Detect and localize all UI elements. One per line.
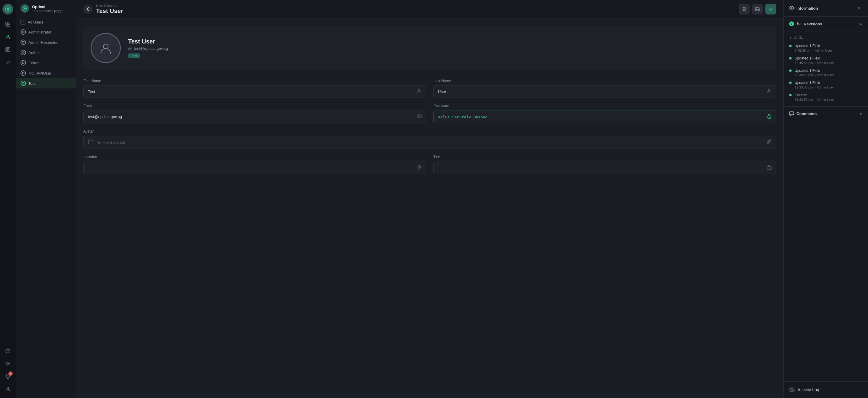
email-label: Email bbox=[83, 104, 426, 108]
svg-point-17 bbox=[22, 52, 24, 54]
revision-action: Created bbox=[795, 93, 834, 98]
password-label: Password bbox=[433, 104, 776, 108]
person-icon-2 bbox=[767, 89, 772, 94]
notifications-badge: 2 bbox=[8, 371, 13, 376]
avatar-label: Avatar bbox=[83, 129, 776, 133]
revision-time: 3:48:39 pm – Admin User bbox=[795, 49, 832, 52]
delete-button[interactable] bbox=[739, 4, 750, 14]
close-panel-button[interactable]: ✕ bbox=[856, 5, 863, 11]
nav-profile-icon[interactable] bbox=[2, 384, 13, 394]
revision-text-group: Updated 1 Field 12:35:06 pm – Admin User bbox=[795, 80, 834, 89]
sidebar-item-icon-author bbox=[21, 50, 26, 55]
nav-notifications-icon[interactable]: 2 bbox=[2, 371, 13, 382]
at-icon: @ bbox=[128, 46, 132, 51]
nav-settings-icon[interactable] bbox=[2, 358, 13, 369]
activity-log-icon bbox=[789, 387, 795, 393]
user-email: @ test@optical.gov.sg bbox=[128, 46, 168, 51]
revision-time: 11:33:57 am – Admin User bbox=[795, 98, 834, 101]
comments-title: Comments bbox=[789, 112, 817, 116]
revision-dot bbox=[789, 82, 792, 84]
sidebar-item-icon-mcfapiuser bbox=[21, 70, 26, 76]
sidebar-item-editor[interactable]: Editor bbox=[16, 58, 76, 68]
sidebar-items: AdministratorAdmin-RestrictedAuthorEdito… bbox=[16, 27, 76, 89]
content-area: Test User @ test@optical.gov.sg Test Fir… bbox=[76, 19, 783, 398]
revisions-icon bbox=[797, 22, 801, 26]
main-content: User Directory Test User bbox=[76, 0, 783, 398]
last-name-group: Last Name User bbox=[433, 79, 776, 98]
revisions-section: 5 Revisions ▲ ▼ Jul 31 Updated 1 Field 3… bbox=[784, 17, 868, 106]
sidebar: Optical This is a shared playgr... All U… bbox=[16, 0, 76, 398]
email-text: test@optical.gov.sg bbox=[134, 46, 168, 51]
first-name-group: First Name Test bbox=[83, 79, 426, 98]
briefcase-icon bbox=[767, 165, 772, 171]
sidebar-item-icon-editor bbox=[21, 60, 26, 65]
revision-dot bbox=[789, 45, 792, 47]
revisions-header[interactable]: 5 Revisions ▲ bbox=[784, 17, 868, 31]
page-title: Test User bbox=[96, 7, 735, 14]
sidebar-item-icon-admin-restricted bbox=[21, 39, 26, 45]
email-field[interactable]: test@optical.gov.sg bbox=[83, 111, 426, 123]
svg-point-27 bbox=[419, 166, 420, 167]
icon-bar: 2 bbox=[0, 0, 16, 398]
svg-point-20 bbox=[22, 83, 24, 84]
nav-analytics-icon[interactable] bbox=[2, 57, 13, 68]
password-value: Value Securely Hashed bbox=[438, 115, 488, 119]
avatar-file-input[interactable]: No File Selected bbox=[83, 136, 776, 149]
password-field[interactable]: Value Securely Hashed bbox=[433, 111, 776, 123]
revision-text-group: Created 11:33:57 am – Admin User bbox=[795, 93, 834, 101]
chevron-down-icon: ▼ bbox=[789, 36, 792, 39]
revision-time: 12:36:29 pm – Admin User bbox=[795, 73, 834, 77]
main-header: User Directory Test User bbox=[76, 0, 783, 19]
role-badge: Test bbox=[128, 54, 140, 58]
email-group: Email test@optical.gov.sg bbox=[83, 104, 426, 123]
svg-point-10 bbox=[7, 363, 9, 365]
sidebar-item-administrator[interactable]: Administrator bbox=[16, 27, 76, 37]
lock-icon bbox=[767, 114, 772, 120]
revisions-title: 5 Revisions bbox=[789, 22, 822, 26]
svg-rect-5 bbox=[8, 25, 10, 26]
app-logo[interactable] bbox=[2, 4, 13, 14]
first-name-field[interactable]: Test bbox=[83, 86, 426, 98]
svg-rect-3 bbox=[8, 22, 10, 24]
revision-action: Updated 1 Field bbox=[795, 80, 834, 86]
revision-item: Updated 1 Field 3:48:39 pm – Admin User bbox=[784, 42, 868, 54]
location-label: Location bbox=[83, 155, 426, 159]
location-field[interactable] bbox=[83, 161, 426, 174]
sidebar-item-all-users[interactable]: All Users bbox=[16, 17, 76, 27]
sidebar-item-test[interactable]: Test bbox=[16, 78, 76, 89]
svg-point-22 bbox=[418, 89, 420, 91]
nav-users-icon[interactable] bbox=[2, 31, 13, 42]
svg-rect-24 bbox=[417, 115, 421, 118]
save-button[interactable] bbox=[752, 4, 763, 14]
header-text: User Directory Test User bbox=[96, 4, 735, 14]
user-name: Test User bbox=[128, 38, 168, 45]
information-section-header[interactable]: Information ✕ bbox=[784, 0, 868, 17]
sidebar-all-users-label: All Users bbox=[28, 20, 43, 25]
first-name-value: Test bbox=[88, 89, 95, 94]
sidebar-item-label-test: Test bbox=[28, 81, 36, 86]
sidebar-item-mcfapiuser[interactable]: MCFAPIUser bbox=[16, 68, 76, 78]
avatar bbox=[91, 33, 121, 63]
date-group-label: ▼ Jul 31 bbox=[784, 34, 868, 42]
nav-files-icon[interactable] bbox=[2, 44, 13, 55]
information-title: Information bbox=[789, 6, 818, 10]
title-group: Title bbox=[433, 155, 776, 174]
nav-help-icon[interactable] bbox=[2, 345, 13, 356]
user-profile-card: Test User @ test@optical.gov.sg Test bbox=[83, 26, 776, 70]
sidebar-item-label-editor: Editor bbox=[28, 61, 39, 65]
sidebar-item-admin-restricted[interactable]: Admin-Restricted bbox=[16, 37, 76, 48]
revision-action: Updated 1 Field bbox=[795, 68, 834, 73]
last-name-field[interactable]: User bbox=[433, 86, 776, 98]
svg-rect-4 bbox=[6, 25, 7, 26]
confirm-button[interactable] bbox=[765, 4, 776, 14]
title-field[interactable] bbox=[433, 161, 776, 174]
comments-header[interactable]: Comments ▼ bbox=[784, 106, 868, 121]
email-icon bbox=[417, 114, 422, 120]
sidebar-item-author[interactable]: Author bbox=[16, 48, 76, 58]
revision-time: 12:35:06 pm – Admin User bbox=[795, 86, 834, 89]
activity-log-section[interactable]: Activity Log bbox=[784, 381, 868, 398]
svg-point-26 bbox=[769, 117, 770, 118]
nav-content-icon[interactable] bbox=[2, 19, 13, 30]
svg-point-16 bbox=[22, 41, 24, 43]
back-button[interactable] bbox=[83, 4, 92, 13]
